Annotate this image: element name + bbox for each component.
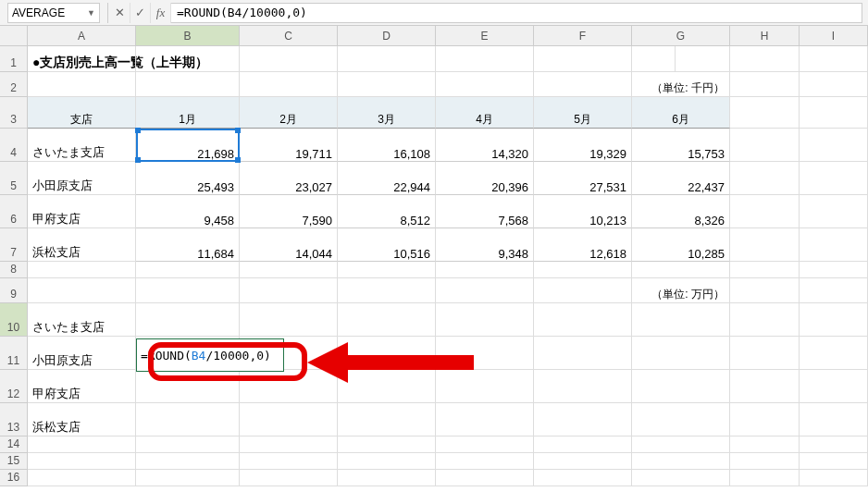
cell-i6[interactable] — [800, 195, 868, 228]
cell-i11[interactable] — [800, 337, 868, 370]
cell-c2[interactable] — [240, 72, 338, 97]
cell-f5[interactable]: 27,531 — [534, 162, 632, 195]
cell-d3[interactable]: 3月 — [338, 97, 436, 129]
cell-a4[interactable]: さいたま支店 — [28, 129, 136, 162]
cell-c15[interactable] — [240, 453, 338, 470]
col-header-f[interactable]: F — [534, 26, 632, 45]
cell-a5[interactable]: 小田原支店 — [28, 162, 136, 195]
cell-i15[interactable] — [800, 453, 868, 470]
cell-b5[interactable]: 25,493 — [136, 162, 240, 195]
cell-g7[interactable]: 10,285 — [632, 228, 730, 262]
select-all-corner[interactable] — [0, 26, 28, 45]
cell-e14[interactable] — [436, 436, 534, 453]
cell-e2[interactable] — [436, 72, 534, 97]
cell-a14[interactable] — [28, 436, 136, 453]
cell-b2[interactable] — [136, 72, 240, 97]
cell-e12[interactable] — [436, 370, 534, 403]
cell-i7[interactable] — [800, 228, 868, 262]
cell-f14[interactable] — [534, 436, 632, 453]
row-header-3[interactable]: 3 — [0, 97, 28, 129]
cell-b12[interactable] — [136, 370, 240, 403]
cell-h12[interactable] — [730, 370, 800, 403]
cell-c5[interactable]: 23,027 — [240, 162, 338, 195]
col-header-c[interactable]: C — [240, 26, 338, 45]
cell-f13[interactable] — [534, 403, 632, 436]
row-header-4[interactable]: 4 — [0, 129, 28, 162]
cell-d16[interactable] — [338, 470, 436, 486]
cell-c6[interactable]: 7,590 — [240, 195, 338, 228]
cell-a1[interactable]: ●支店別売上高一覧（上半期） — [28, 46, 676, 72]
cell-f12[interactable] — [534, 370, 632, 403]
cell-f7[interactable]: 12,618 — [534, 228, 632, 262]
cell-a12[interactable]: 甲府支店 — [28, 370, 136, 403]
cell-f10[interactable] — [534, 303, 632, 337]
cell-g12[interactable] — [632, 370, 730, 403]
cell-i3[interactable] — [800, 97, 868, 129]
cell-a7[interactable]: 浜松支店 — [28, 228, 136, 262]
cell-i10[interactable] — [800, 303, 868, 337]
name-box[interactable]: AVERAGE ▼ — [7, 3, 100, 23]
cell-b7[interactable]: 11,684 — [136, 228, 240, 262]
cell-c9[interactable] — [240, 278, 338, 303]
cell-f6[interactable]: 10,213 — [534, 195, 632, 228]
cell-e10[interactable] — [436, 303, 534, 337]
cell-f16[interactable] — [534, 470, 632, 486]
cell-g16[interactable] — [632, 470, 730, 486]
cell-c16[interactable] — [240, 470, 338, 486]
cell-c4[interactable]: 19,711 — [240, 129, 338, 162]
cell-b4[interactable]: 21,698 — [136, 129, 240, 162]
cell-a15[interactable] — [28, 453, 136, 470]
col-header-h[interactable]: H — [730, 26, 800, 45]
cell-h6[interactable] — [730, 195, 800, 228]
cell-h5[interactable] — [730, 162, 800, 195]
editing-cell-b10[interactable]: =ROUND(B4/10000,0) — [136, 338, 284, 372]
cell-e4[interactable]: 14,320 — [436, 129, 534, 162]
cell-g8[interactable] — [632, 262, 730, 278]
cell-f11[interactable] — [534, 337, 632, 370]
cell-a6[interactable]: 甲府支店 — [28, 195, 136, 228]
cell-i5[interactable] — [800, 162, 868, 195]
cell-d10[interactable] — [338, 303, 436, 337]
row-header-15[interactable]: 15 — [0, 453, 28, 470]
cell-a9[interactable] — [28, 278, 136, 303]
col-header-i[interactable]: I — [800, 26, 868, 45]
col-header-a[interactable]: A — [28, 26, 136, 45]
cell-e5[interactable]: 20,396 — [436, 162, 534, 195]
cell-h7[interactable] — [730, 228, 800, 262]
cell-c8[interactable] — [240, 262, 338, 278]
cell-d6[interactable]: 8,512 — [338, 195, 436, 228]
cell-g10[interactable] — [632, 303, 730, 337]
cell-h16[interactable] — [730, 470, 800, 486]
cell-b14[interactable] — [136, 436, 240, 453]
cell-e11[interactable] — [436, 337, 534, 370]
row-header-16[interactable]: 16 — [0, 470, 28, 486]
cell-b16[interactable] — [136, 470, 240, 486]
row-header-2[interactable]: 2 — [0, 72, 28, 97]
cell-f2[interactable] — [534, 72, 632, 97]
cell-h8[interactable] — [730, 262, 800, 278]
formula-input[interactable]: =ROUND(B4/10000,0) — [171, 3, 862, 23]
col-header-g[interactable]: G — [632, 26, 730, 45]
cell-b3[interactable]: 1月 — [136, 97, 240, 129]
cell-e3[interactable]: 4月 — [436, 97, 534, 129]
cell-f8[interactable] — [534, 262, 632, 278]
cell-i14[interactable] — [800, 436, 868, 453]
cell-g4[interactable]: 15,753 — [632, 129, 730, 162]
cell-b6[interactable]: 9,458 — [136, 195, 240, 228]
cell-g14[interactable] — [632, 436, 730, 453]
cell-f4[interactable]: 19,329 — [534, 129, 632, 162]
cell-f3[interactable]: 5月 — [534, 97, 632, 129]
cell-c10[interactable] — [240, 303, 338, 337]
cell-d2[interactable] — [338, 72, 436, 97]
cell-h9[interactable] — [730, 278, 800, 303]
cell-d7[interactable]: 10,516 — [338, 228, 436, 262]
cell-e16[interactable] — [436, 470, 534, 486]
row-header-14[interactable]: 14 — [0, 436, 28, 453]
cell-c3[interactable]: 2月 — [240, 97, 338, 129]
cell-a3[interactable]: 支店 — [28, 97, 136, 129]
cell-a16[interactable] — [28, 470, 136, 486]
cell-b8[interactable] — [136, 262, 240, 278]
chevron-down-icon[interactable]: ▼ — [87, 8, 95, 18]
cell-h13[interactable] — [730, 403, 800, 436]
cell-i12[interactable] — [800, 370, 868, 403]
